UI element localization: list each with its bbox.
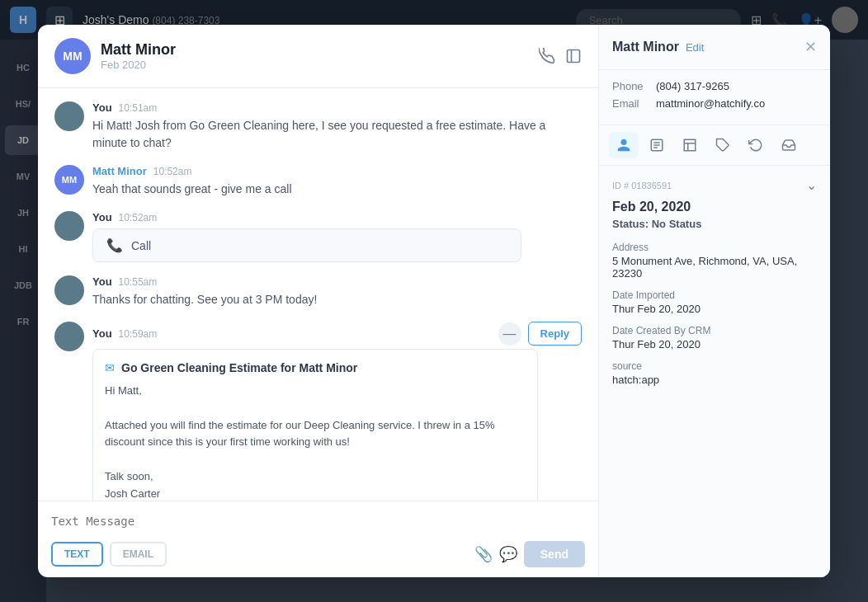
send-button[interactable]: Send (524, 541, 585, 567)
msg-time-1: 10:51am (119, 102, 158, 114)
deal-date: Feb 20, 2020 (612, 200, 817, 214)
contact-avatar-2: MM (54, 165, 84, 195)
email-tab-button[interactable]: EMAIL (110, 542, 167, 567)
msg-sender-4: You (92, 275, 112, 288)
compose-icon[interactable] (565, 48, 582, 64)
chat-header-actions (539, 48, 582, 64)
tab-tags[interactable] (708, 132, 738, 158)
msg-text-2: Yeah that sounds great - give me a call (92, 181, 582, 198)
right-panel-header: Matt Minor Edit ✕ (599, 25, 830, 70)
right-panel-name: Matt Minor (612, 40, 679, 54)
contact-phone-row: Phone (804) 317-9265 (612, 80, 817, 92)
modal-overlay: MM Matt Minor Feb 2020 (0, 0, 868, 602)
right-panel-tabs (599, 125, 830, 166)
message-5: You 10:59am — Reply ✉ Go Green Cle (54, 322, 582, 501)
contact-email-row: Email mattminor@hatchify.co (612, 97, 817, 110)
email-greeting: Hi Matt, (105, 383, 526, 400)
msg-time-3: 10:52am (119, 212, 158, 223)
tab-refresh[interactable] (741, 132, 771, 158)
message-options-button[interactable]: — (498, 322, 521, 346)
close-button[interactable]: ✕ (804, 38, 817, 56)
email-body-line1: Attached you will find the estimate for … (105, 417, 526, 452)
detail-date-created: Date Created By CRM Thur Feb 20, 2020 (612, 325, 817, 350)
conversation-date: Feb 2020 (101, 59, 529, 71)
reply-button[interactable]: Reply (528, 322, 582, 346)
detail-source: source hatch:app (612, 360, 817, 386)
chat-header: MM Matt Minor Feb 2020 (38, 25, 598, 88)
email-subject-row: ✉ Go Green Cleaning Estimate for Matt Mi… (105, 361, 526, 374)
message-1: You 10:51am Hi Matt! Josh from Go Green … (54, 101, 582, 152)
emoji-icon[interactable]: 💬 (499, 545, 517, 563)
msg-time-4: 10:55am (119, 276, 158, 288)
svg-rect-0 (568, 50, 580, 63)
email-body: Hi Matt, Attached you will find the esti… (105, 383, 526, 501)
msg-sender-2: Matt Minor (92, 165, 147, 177)
message-content-4: You 10:55am Thanks for chatting. See you… (92, 275, 582, 308)
conversation-modal: MM Matt Minor Feb 2020 (38, 25, 830, 577)
address-label: Address (612, 242, 817, 253)
email-body-line2: Talk soon, (105, 468, 526, 486)
tab-inbox[interactable] (774, 132, 804, 158)
message-content-3: You 10:52am 📞 Call (92, 211, 582, 262)
msg-sender-5: You (92, 327, 112, 340)
date-imported-label: Date Imported (612, 289, 817, 301)
email-label: Email (612, 97, 649, 110)
phone-label: Phone (612, 80, 649, 92)
input-actions: TEXT EMAIL 📎 💬 Send (51, 541, 585, 567)
deal-id: ID # 01836591 (612, 181, 672, 190)
email-subject: Go Green Cleaning Estimate for Matt Mino… (121, 361, 357, 374)
message-content-2: Matt Minor 10:52am Yeah that sounds grea… (92, 165, 582, 198)
tab-notes[interactable] (642, 132, 672, 158)
attachment-icon[interactable]: 📎 (474, 545, 493, 563)
tab-person[interactable] (609, 132, 639, 158)
message-4: You 10:55am Thanks for chatting. See you… (54, 275, 582, 308)
agent-avatar-5 (54, 322, 84, 351)
email-body-line3: Josh Carter (105, 486, 526, 501)
tab-files[interactable] (675, 132, 705, 158)
right-panel-details: ID # 01836591 ⌄ Feb 20, 2020 Status: No … (599, 166, 830, 577)
msg-time-2: 10:52am (153, 166, 192, 177)
call-bubble-icon: 📞 (106, 238, 123, 253)
message-content-1: You 10:51am Hi Matt! Josh from Go Green … (92, 101, 582, 152)
source-value: hatch:app (612, 374, 817, 386)
agent-avatar-4 (54, 275, 84, 305)
msg-text-1: Hi Matt! Josh from Go Green Cleaning her… (92, 117, 582, 152)
agent-avatar-1 (54, 101, 84, 131)
contact-name: Matt Minor (101, 41, 529, 59)
message-input[interactable] (51, 511, 585, 531)
call-bubble: 📞 Call (92, 228, 521, 262)
phone-value: (804) 317-9265 (656, 80, 729, 92)
edit-contact-link[interactable]: Edit (686, 41, 704, 54)
messages-area: You 10:51am Hi Matt! Josh from Go Green … (38, 88, 598, 501)
text-tab-button[interactable]: TEXT (51, 542, 103, 567)
msg-sender-1: You (92, 101, 112, 114)
call-header-icon[interactable] (539, 48, 555, 64)
message-header-5: You 10:59am — Reply (92, 322, 582, 346)
chevron-icon[interactable]: ⌄ (806, 177, 817, 193)
msg-time-5: 10:59am (119, 328, 158, 340)
agent-avatar-3 (54, 211, 84, 241)
contact-info: Phone (804) 317-9265 Email mattminor@hat… (599, 70, 830, 125)
date-imported-value: Thur Feb 20, 2020 (612, 303, 817, 315)
call-label: Call (131, 239, 151, 252)
deal-header: ID # 01836591 ⌄ (612, 177, 817, 193)
deal-status: Status: No Status (612, 218, 817, 230)
contact-avatar: MM (54, 38, 91, 74)
message-3: You 10:52am 📞 Call (54, 211, 582, 262)
date-created-value: Thur Feb 20, 2020 (612, 338, 817, 350)
message-input-area: TEXT EMAIL 📎 💬 Send (38, 501, 598, 577)
chat-header-info: Matt Minor Feb 2020 (101, 41, 529, 71)
message-header-4: You 10:55am (92, 275, 582, 288)
source-label: source (612, 360, 817, 372)
email-icon: ✉ (105, 361, 115, 374)
right-panel: Matt Minor Edit ✕ Phone (804) 317-9265 E… (599, 25, 830, 577)
msg-sender-3: You (92, 211, 112, 223)
detail-date-imported: Date Imported Thur Feb 20, 2020 (612, 289, 817, 315)
message-header-1: You 10:51am (92, 101, 582, 114)
email-message: ✉ Go Green Cleaning Estimate for Matt Mi… (92, 349, 538, 501)
message-2: MM Matt Minor 10:52am Yeah that sounds g… (54, 165, 582, 198)
message-content-5: You 10:59am — Reply ✉ Go Green Cle (92, 322, 582, 501)
message-header-3: You 10:52am (92, 211, 582, 223)
detail-address: Address 5 Monument Ave, Richmond, VA, US… (612, 242, 817, 280)
msg-text-4: Thanks for chatting. See you at 3 PM tod… (92, 291, 582, 308)
